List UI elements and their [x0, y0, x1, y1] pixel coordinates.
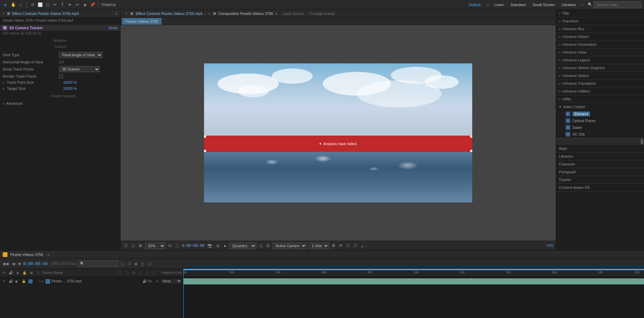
- zoom-select[interactable]: 25%: [145, 243, 165, 249]
- tc-solo-icon[interactable]: ⬡: [147, 261, 152, 266]
- render-track-checkbox[interactable]: [59, 74, 63, 78]
- tc-back-btn[interactable]: ◀◀: [1, 261, 10, 266]
- viewer-render-btn[interactable]: ⬡: [123, 243, 129, 248]
- viewer-alpha-btn[interactable]: ◻: [131, 243, 136, 248]
- workspace-learn[interactable]: Learn: [493, 2, 505, 7]
- pen-tool[interactable]: ✏: [52, 2, 58, 8]
- cancel-button[interactable]: Cancel: [1, 43, 119, 49]
- hand-tool[interactable]: ✋: [10, 2, 16, 8]
- analyze-button[interactable]: Analyze: [1, 37, 119, 43]
- workspace-menu-icon[interactable]: ≡: [486, 2, 489, 7]
- panel-close-right[interactable]: ×: [206, 12, 212, 16]
- rect-tool[interactable]: ⬜: [37, 2, 43, 8]
- flat-tracker[interactable]: Tracker: [556, 176, 644, 184]
- pin-tool[interactable]: 📌: [89, 2, 95, 8]
- zoom-tool[interactable]: ⌕: [18, 2, 24, 8]
- view-count-select[interactable]: 1 View: [309, 243, 329, 249]
- section-header-universe-glow[interactable]: ▷ Universe Glow: [556, 48, 644, 56]
- section-header-universe-transitions[interactable]: ▷ Universe Transitions: [556, 80, 644, 87]
- flat-align[interactable]: Align: [556, 145, 644, 153]
- section-header-transition[interactable]: ▷ Transition: [556, 17, 644, 25]
- view-options-btn[interactable]: ⬡: [353, 243, 358, 248]
- quality-select[interactable]: (Quarter): [229, 243, 256, 249]
- region-btn[interactable]: ⬚: [174, 243, 180, 248]
- layer-name[interactable]: Pexels ... 3756.mp4: [52, 279, 141, 283]
- layer-solo-btn[interactable]: ◉: [15, 279, 20, 283]
- view-layout-btn[interactable]: ⊞: [331, 243, 336, 248]
- text-tool[interactable]: T: [59, 2, 66, 8]
- tc-timecode[interactable]: 0:00:00:00: [23, 261, 50, 266]
- section-header-universe-stylize[interactable]: ▷ Universe Stylize: [556, 72, 644, 79]
- rotate-tool[interactable]: ↺: [30, 2, 36, 8]
- close-icon[interactable]: ×: [3, 12, 5, 15]
- panel-close-left[interactable]: ×: [123, 12, 129, 16]
- vc-item-saber[interactable]: S Saber: [556, 124, 644, 131]
- prop-val-track-size[interactable]: 100/0 %: [63, 80, 77, 84]
- col-label[interactable]: ▣: [29, 270, 34, 276]
- ruler[interactable]: 0s 02s 04s 06s 08s 10s 12s 14s 16s 18s 2…: [183, 270, 644, 277]
- section-header-universe-blur[interactable]: ▷ Universe Blur: [556, 25, 644, 33]
- layer-audio-btn[interactable]: 🔊: [8, 279, 14, 284]
- scroll-thumb[interactable]: [641, 139, 643, 144]
- track-bar[interactable]: [183, 278, 644, 284]
- layer-fx-icon[interactable]: /fx: [148, 279, 152, 283]
- create-camera-button[interactable]: Create Camera: [1, 93, 119, 99]
- col-eye[interactable]: 👁: [1, 270, 7, 276]
- tc-parent-icon[interactable]: ⬡: [120, 261, 125, 266]
- snapping-label[interactable]: Snapping: [101, 3, 115, 6]
- layer-eye-btn[interactable]: 👁: [1, 279, 7, 284]
- tc-stop-btn[interactable]: ■: [17, 261, 22, 266]
- layer-lock-btn[interactable]: 🔓: [22, 279, 27, 283]
- view-sync-btn[interactable]: ⟳: [338, 243, 343, 248]
- col-lock[interactable]: 🔒: [22, 270, 27, 276]
- fit-btn[interactable]: ⊡: [167, 243, 172, 248]
- section-header-universe-utilities[interactable]: ▷ Universe Utilities: [556, 87, 644, 95]
- camera-icon[interactable]: 📷: [206, 243, 213, 248]
- layer-link-icon[interactable]: ⊕: [156, 279, 159, 283]
- flat-libraries[interactable]: Libraries: [556, 153, 644, 160]
- color-btn[interactable]: ●: [223, 244, 227, 248]
- view-expand-btn[interactable]: ⬡: [345, 243, 351, 248]
- tc-motion-icon[interactable]: ⬡: [127, 261, 132, 266]
- layer-label-color[interactable]: [29, 279, 33, 283]
- layer-audio-icon[interactable]: 🔊: [143, 279, 147, 283]
- brush-tool[interactable]: ✒: [67, 2, 73, 8]
- workspace-small-screen[interactable]: Small Screen: [531, 2, 556, 7]
- timeline-search-input[interactable]: [78, 261, 118, 267]
- prop-val-target-size[interactable]: 100/0 %: [63, 86, 77, 91]
- section-header-universe-generators[interactable]: ▷ Universe Generators: [556, 41, 644, 48]
- toggle-btn[interactable]: ◻: [258, 243, 263, 248]
- toggle-btn2[interactable]: ⊡: [265, 243, 271, 248]
- advanced-row[interactable]: ▷ Advanced: [0, 100, 120, 106]
- section-header-universe-legacy[interactable]: ▷ Universe Legacy: [556, 56, 644, 64]
- comp-active-tab[interactable]: Pexels Videos 3756: [122, 18, 162, 25]
- camera-select[interactable]: Active Camera: [273, 243, 307, 249]
- shape-tool[interactable]: ⬡: [44, 2, 51, 8]
- panel-tab-effect[interactable]: Effect Controls Pexels Videos 3756.mp4: [134, 12, 204, 16]
- select-tool[interactable]: ▸: [3, 2, 9, 8]
- layer-expand-icon[interactable]: ▷: [42, 280, 44, 283]
- more-workspaces-icon[interactable]: »: [581, 2, 584, 7]
- section-header-utility[interactable]: ▷ Utility: [556, 95, 644, 103]
- timeline-menu-icon[interactable]: ≡: [47, 253, 49, 257]
- timecode-display[interactable]: 0:00:00:00: [182, 243, 204, 248]
- vc-item-vc-orb[interactable]: V VC Orb: [556, 131, 644, 138]
- reset-button[interactable]: Reset: [109, 26, 117, 30]
- motion-blur-btn[interactable]: ◎: [215, 243, 221, 248]
- section-header-video-copilot[interactable]: ▼ Video Copilot: [556, 103, 644, 111]
- section-header-title[interactable]: ▷ Title: [556, 9, 644, 17]
- section-header-universe-distort[interactable]: ▷ Universe Distort: [556, 33, 644, 40]
- section-header-universe-motion[interactable]: ▷ Universe Motion Graphics: [556, 64, 644, 72]
- eraser-tool[interactable]: ◈: [82, 2, 88, 8]
- vc-item-optical-flares[interactable]: O Optical Flares: [556, 117, 644, 124]
- show-track-points-dropdown[interactable]: 3D Solved: [59, 66, 100, 72]
- flat-content-aware-fill[interactable]: Content-Aware Fill: [556, 184, 644, 192]
- vc-item-element[interactable]: E Element: [556, 111, 644, 117]
- search-input[interactable]: [594, 1, 641, 8]
- flat-paragraph[interactable]: Paragraph: [556, 168, 644, 176]
- clone-tool[interactable]: ✂: [74, 2, 80, 8]
- flat-character[interactable]: Character: [556, 160, 644, 168]
- tc-prev-btn[interactable]: ◀: [11, 261, 16, 266]
- panel-menu-icon[interactable]: ≡: [115, 12, 117, 16]
- col-solo[interactable]: ◉: [15, 270, 20, 276]
